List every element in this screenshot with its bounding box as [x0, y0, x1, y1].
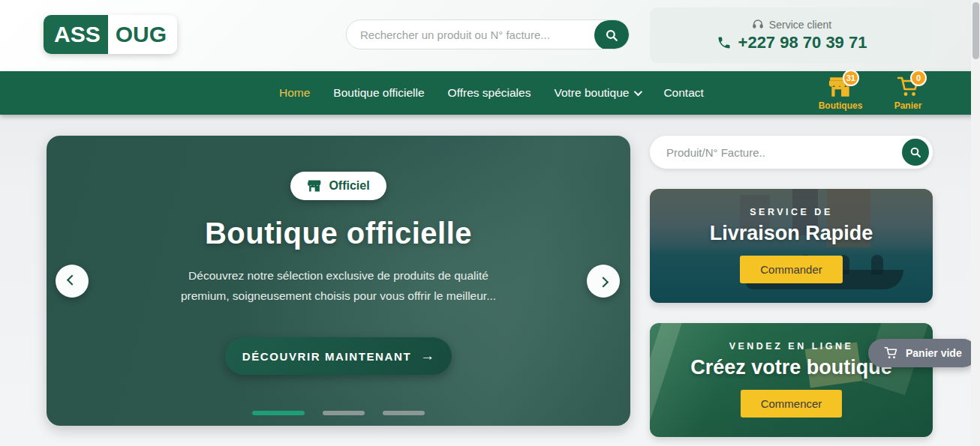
nav-item-home[interactable]: Home [279, 86, 310, 100]
sidebar-search-input[interactable] [650, 146, 902, 159]
scrollbar-track[interactable] [971, 0, 980, 446]
main-navbar: Home Boutique officielle Offres spéciale… [0, 71, 980, 115]
carousel-indicator-1[interactable] [252, 411, 305, 415]
service-client-box: Service client +227 98 70 39 71 [650, 7, 933, 63]
hero-badge-label: Officiel [329, 179, 369, 193]
discover-now-button[interactable]: DÉCOUVRIR MAINTENANT → [225, 337, 452, 375]
service-phone: +227 98 70 39 71 [738, 33, 867, 52]
header-search [346, 19, 630, 49]
hero-description: Découvrez notre sélection exclusive de p… [173, 265, 504, 306]
nav-item-offres-speciales[interactable]: Offres spéciales [448, 86, 531, 100]
empty-cart-pill[interactable]: Panier vide [868, 339, 977, 367]
sidebar: SERVICE DE Livraison Rapide Commander VE… [650, 136, 933, 437]
panier-count-badge: 0 [910, 70, 927, 86]
headset-icon [752, 19, 764, 31]
chevron-left-icon [67, 275, 77, 286]
nav-item-votre-boutique[interactable]: Votre boutique [554, 86, 640, 100]
promo-kicker: VENDEZ EN LIGNE [729, 341, 854, 352]
hero-title: Boutique officielle [205, 217, 472, 250]
logo[interactable]: ASS OUG [44, 15, 177, 54]
scrollbar-thumb[interactable] [972, 2, 979, 59]
carousel-indicators [252, 411, 425, 415]
carousel-prev-button[interactable] [56, 265, 89, 298]
boutiques-button[interactable]: 31 Boutiques [817, 71, 864, 115]
search-icon [909, 146, 921, 158]
service-label: Service client [769, 19, 831, 31]
service-phone-row[interactable]: +227 98 70 39 71 [717, 33, 867, 52]
chevron-right-icon [598, 277, 609, 287]
carousel-next-button[interactable] [587, 265, 620, 298]
arrow-right-icon: → [420, 348, 434, 364]
hero-carousel: Officiel Boutique officielle Découvrez n… [47, 136, 630, 426]
header-search-input[interactable] [347, 20, 594, 49]
store-badge-icon [307, 179, 322, 193]
sidebar-search [650, 136, 933, 169]
commencer-button[interactable]: Commencer [741, 390, 843, 418]
sidebar-search-button[interactable] [902, 139, 929, 166]
chevron-down-icon [634, 88, 642, 96]
header-search-button[interactable] [594, 20, 629, 49]
panier-button[interactable]: 0 Panier [885, 71, 931, 115]
nav-item-contact[interactable]: Contact [663, 86, 703, 100]
decor-streak [650, 323, 684, 437]
promo-card-livraison[interactable]: SERVICE DE Livraison Rapide Commander [650, 189, 933, 303]
empty-cart-label: Panier vide [906, 347, 962, 359]
phone-icon [717, 35, 732, 50]
search-icon [605, 28, 618, 42]
nav-items: Home Boutique officielle Offres spéciale… [279, 71, 704, 115]
service-label-row: Service client [752, 19, 831, 31]
carousel-indicator-2[interactable] [323, 411, 365, 415]
boutiques-label: Boutiques [819, 100, 863, 111]
promo-title: Créez votre boutique [690, 356, 892, 379]
top-header: ASS OUG Service client [0, 0, 980, 71]
promo-title: Livraison Rapide [710, 222, 873, 245]
panier-label: Panier [894, 100, 922, 111]
hero-officiel-badge: Officiel [290, 172, 386, 200]
nav-item-boutique-officielle[interactable]: Boutique officielle [333, 86, 424, 100]
decor-figure [871, 255, 883, 274]
promo-kicker: SERVICE DE [750, 207, 833, 217]
cta-label: DÉCOUVRIR MAINTENANT [242, 350, 411, 363]
logo-text-oug: OUG [108, 15, 177, 54]
nav-icons: 31 Boutiques 0 Panier [817, 71, 931, 115]
logo-text-ass: ASS [44, 15, 108, 54]
commander-button[interactable]: Commander [740, 256, 843, 283]
carousel-indicator-3[interactable] [383, 411, 425, 415]
cart-icon [883, 346, 898, 360]
nav-item-votre-boutique-label: Votre boutique [554, 86, 629, 100]
boutiques-count-badge: 31 [843, 70, 859, 86]
